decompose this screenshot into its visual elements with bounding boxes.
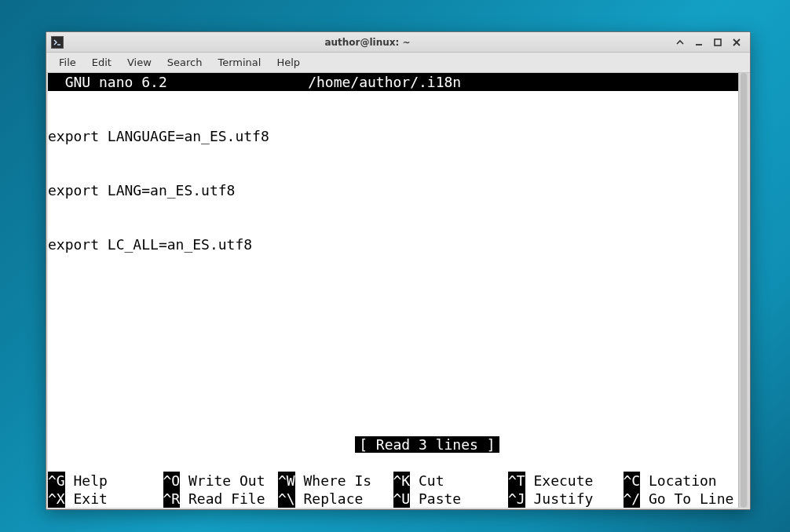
terminal-viewport-wrap: GNU nano 6.2 /home/author/.i18n export L…: [46, 73, 750, 509]
menu-edit[interactable]: Edit: [84, 53, 119, 71]
svg-rect-2: [715, 39, 721, 46]
menubar: File Edit View Search Terminal Help: [46, 53, 750, 73]
rollup-button[interactable]: [671, 35, 689, 49]
nano-titlebar: GNU nano 6.2 /home/author/.i18n: [48, 73, 738, 91]
shortcut-cut[interactable]: ^KCut: [393, 472, 509, 490]
nano-status-text: [ Read 3 lines ]: [355, 436, 499, 453]
shortcut-write-out[interactable]: ^OWrite Out: [163, 472, 279, 490]
shortcut-location[interactable]: ^CLocation: [624, 472, 739, 490]
shortcut-execute[interactable]: ^TExecute: [508, 472, 624, 490]
nano-status-line: [ Read 3 lines ]: [48, 417, 738, 472]
shortcut-replace[interactable]: ^\Replace: [278, 490, 393, 508]
nano-shortcuts: ^GHelp ^OWrite Out ^WWhere Is ^KCut ^TEx…: [48, 472, 738, 508]
shortcut-where-is[interactable]: ^WWhere Is: [278, 472, 393, 490]
shortcut-help[interactable]: ^GHelp: [48, 472, 163, 490]
editor-line: export LANGUAGE=an_ES.utf8: [48, 127, 738, 145]
menu-search[interactable]: Search: [159, 53, 210, 71]
shortcut-exit[interactable]: ^XExit: [48, 490, 163, 508]
nano-app-label: GNU nano 6.2: [48, 73, 167, 91]
shortcut-justify[interactable]: ^JJustify: [508, 490, 624, 508]
terminal-viewport[interactable]: GNU nano 6.2 /home/author/.i18n export L…: [48, 73, 738, 508]
terminal-window: author@linux: ~ File Edit View Search Te…: [46, 31, 751, 510]
close-button[interactable]: [728, 35, 745, 49]
shortcut-paste[interactable]: ^UPaste: [393, 490, 509, 508]
window-titlebar[interactable]: author@linux: ~: [46, 32, 750, 53]
shortcut-read-file[interactable]: ^RRead File: [163, 490, 279, 508]
maximize-button[interactable]: [709, 35, 726, 49]
nano-editor[interactable]: export LANGUAGE=an_ES.utf8 export LANG=a…: [48, 91, 738, 417]
menu-file[interactable]: File: [51, 53, 84, 71]
editor-line: export LC_ALL=an_ES.utf8: [48, 235, 738, 253]
menu-terminal[interactable]: Terminal: [210, 53, 269, 71]
editor-line: export LANG=an_ES.utf8: [48, 181, 738, 199]
shortcut-go-to-line[interactable]: ^/Go To Line: [624, 490, 739, 508]
window-title: author@linux: ~: [68, 37, 667, 48]
terminal-icon: [51, 36, 64, 49]
menu-view[interactable]: View: [119, 53, 159, 71]
minimize-button[interactable]: [690, 35, 708, 49]
menu-help[interactable]: Help: [269, 53, 308, 71]
terminal-scrollbar[interactable]: [738, 73, 748, 508]
nano-file-path: /home/author/.i18n: [167, 73, 602, 91]
scrollbar-thumb[interactable]: [741, 73, 747, 508]
nano-titlebar-right: [602, 73, 738, 91]
